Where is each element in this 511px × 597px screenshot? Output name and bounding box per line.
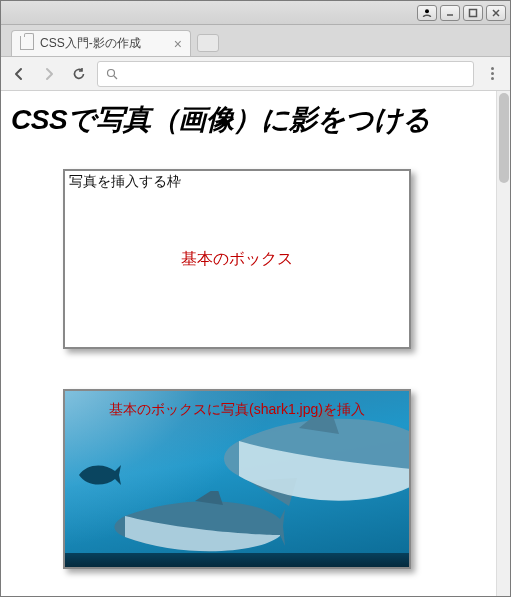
photo-box: 基本のボックスに写真(shark1.jpg)を挿入	[63, 389, 411, 569]
tab-strip: CSS入門-影の作成 ×	[1, 25, 510, 57]
minimize-button[interactable]	[440, 5, 460, 21]
scrollbar[interactable]	[496, 91, 510, 596]
photo-box-label: 基本のボックスに写真(shark1.jpg)を挿入	[65, 401, 409, 419]
maximize-button[interactable]	[463, 5, 483, 21]
page-content: CSSで写真（画像）に影をつける 写真を挿入する枠 基本のボックス 基本のボック…	[1, 91, 496, 596]
tab-title: CSS入門-影の作成	[40, 35, 174, 52]
dot-icon	[491, 67, 494, 70]
svg-point-5	[108, 69, 115, 76]
back-button[interactable]	[7, 62, 31, 86]
scrollbar-thumb[interactable]	[499, 93, 509, 183]
toolbar	[1, 57, 510, 91]
basic-box: 写真を挿入する枠 基本のボックス	[63, 169, 411, 349]
file-icon	[20, 36, 34, 50]
browser-window: CSS入門-影の作成 × CSSで写真（画像）に影をつける	[0, 0, 511, 597]
svg-point-0	[425, 9, 429, 13]
fish-image	[75, 461, 121, 489]
page-title: CSSで写真（画像）に影をつける	[11, 101, 486, 139]
address-bar[interactable]	[97, 61, 474, 87]
svg-rect-2	[470, 9, 477, 16]
user-icon[interactable]	[417, 5, 437, 21]
new-tab-button[interactable]	[197, 34, 219, 52]
search-icon	[106, 68, 118, 80]
menu-button[interactable]	[480, 62, 504, 86]
shark-image	[105, 491, 285, 561]
dot-icon	[491, 72, 494, 75]
svg-line-6	[114, 76, 117, 79]
titlebar	[1, 1, 510, 25]
browser-tab[interactable]: CSS入門-影の作成 ×	[11, 30, 191, 56]
viewport: CSSで写真（画像）に影をつける 写真を挿入する枠 基本のボックス 基本のボック…	[1, 91, 510, 596]
reload-button[interactable]	[67, 62, 91, 86]
url-input[interactable]	[124, 65, 465, 82]
close-icon[interactable]: ×	[174, 37, 182, 51]
dot-icon	[491, 77, 494, 80]
box-center-label: 基本のボックス	[181, 249, 293, 270]
box-caption: 写真を挿入する枠	[69, 173, 181, 191]
close-button[interactable]	[486, 5, 506, 21]
forward-button[interactable]	[37, 62, 61, 86]
